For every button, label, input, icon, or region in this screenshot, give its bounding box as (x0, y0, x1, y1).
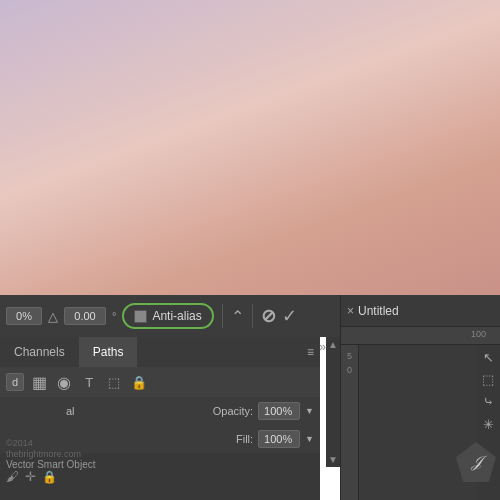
right-panel-header: × Untitled (341, 295, 500, 327)
arrow-tool-icon[interactable]: ↖ (483, 349, 494, 367)
panel-close-button[interactable]: × (347, 304, 354, 318)
antialias-toggle[interactable]: Anti-alias (122, 303, 213, 329)
bottom-bar: 🖌 ✛ 🔒 ©2014 thebrightmore.com Vector Sma… (0, 453, 320, 500)
right-panel: × Untitled 100 5 0 ↖ ⬚ ⤷ ✳ 𝒥 (340, 295, 500, 500)
scroll-up-icon[interactable]: ▲ (328, 339, 338, 350)
ruler-v-5: 5 (347, 349, 352, 363)
antialias-label: Anti-alias (152, 309, 201, 323)
sky-background (0, 0, 500, 310)
fill-value[interactable]: 100% (258, 430, 300, 448)
opacity-value[interactable]: 100% (258, 402, 300, 420)
scroll-column: ▲ ▼ (326, 337, 340, 467)
vertical-ruler: 5 0 (341, 345, 359, 500)
layer-type-label: al (66, 405, 75, 417)
antialias-checkbox[interactable] (134, 310, 147, 323)
degree-symbol: ° (112, 310, 116, 322)
horizontal-ruler: 100 (341, 327, 500, 345)
layer-name: d (6, 373, 24, 391)
fill-dropdown-icon[interactable]: ▼ (305, 434, 314, 444)
lasso-icon[interactable]: ⤷ (483, 393, 494, 411)
ruler-v-marks: 5 0 (347, 349, 352, 378)
layer-icon-4[interactable]: ⬚ (104, 372, 124, 392)
angle-value[interactable]: 0.00 (64, 307, 106, 325)
fill-label: Fill: (236, 433, 253, 445)
panel-menu-icon[interactable]: ≡ (307, 345, 314, 359)
layers-row: d ▦ ◉ T ⬚ 🔒 (0, 367, 320, 397)
tab-paths[interactable]: Paths (79, 337, 138, 367)
panel-title: Untitled (358, 304, 399, 318)
selection-box-icon[interactable]: ⬚ (482, 371, 494, 389)
overflow-icon[interactable]: » (319, 340, 326, 354)
star-wand-icon[interactable]: ✳ (483, 416, 494, 434)
toolbar-separator2 (252, 304, 253, 328)
layer-icon-5[interactable]: 🔒 (129, 372, 149, 392)
layer-icon-2[interactable]: ◉ (54, 372, 74, 392)
no-icon[interactable]: ⊘ (261, 305, 276, 327)
toolbar-separator (222, 304, 223, 328)
ruler-number: 100 (471, 329, 486, 339)
panel-tabs: Channels Paths ≡ (0, 337, 320, 367)
scroll-down-icon[interactable]: ▼ (328, 454, 338, 465)
ruler-v-0: 0 (347, 363, 352, 377)
smart-object-text: Vector Smart Object (6, 459, 95, 470)
badge-letter: 𝒥 (472, 453, 480, 471)
hat-icon: ⌃ (231, 307, 244, 326)
layer-icon-3[interactable]: T (79, 372, 99, 392)
zoom-percent[interactable]: 0% (6, 307, 42, 325)
angle-triangle-icon: △ (48, 309, 58, 324)
opacity-label: Opacity: (213, 405, 253, 417)
check-icon[interactable]: ✓ (282, 305, 297, 327)
opacity-row: al Opacity: 100% ▼ (0, 397, 320, 425)
ruler-marks: 100 (345, 327, 496, 344)
opacity-dropdown-icon[interactable]: ▼ (305, 406, 314, 416)
badge-icon: 𝒥 (456, 442, 496, 482)
layer-icon-1[interactable]: ▦ (29, 372, 49, 392)
tab-channels[interactable]: Channels (0, 337, 79, 367)
